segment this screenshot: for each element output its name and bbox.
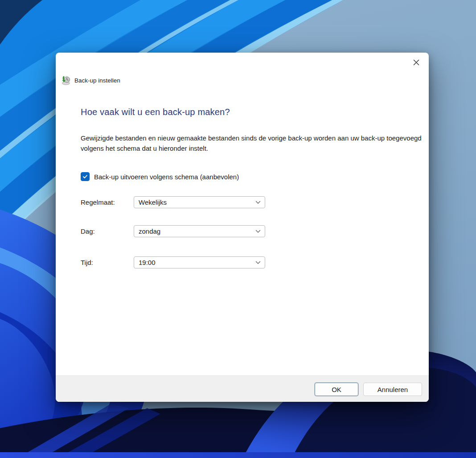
description-text: Gewijzigde bestanden en nieuw gemaakte b… [81, 133, 422, 153]
close-button[interactable] [409, 55, 423, 70]
day-select[interactable]: zondag [134, 225, 265, 237]
chevron-down-icon [255, 230, 261, 233]
page-title: Hoe vaak wilt u een back-up maken? [81, 107, 230, 117]
time-select[interactable]: 19:00 [134, 256, 265, 268]
time-row: Tijd: 19:00 [81, 256, 265, 268]
backup-settings-dialog: Back-up instellen Hoe vaak wilt u een ba… [56, 53, 429, 402]
frequency-row: Regelmaat: Wekelijks [81, 196, 265, 208]
check-icon [82, 174, 88, 179]
day-value: zondag [139, 227, 160, 235]
backup-app-icon [61, 75, 71, 85]
chevron-down-icon [255, 261, 261, 264]
day-row: Dag: zondag [81, 225, 265, 237]
schedule-checkbox[interactable] [81, 172, 90, 181]
frequency-label: Regelmaat: [81, 198, 134, 206]
day-label: Dag: [81, 227, 134, 235]
dialog-footer: OK Annuleren [56, 375, 429, 402]
ok-button[interactable]: OK [315, 383, 358, 396]
chevron-down-icon [255, 201, 261, 204]
close-icon [413, 59, 420, 66]
dialog-header: Back-up instellen [61, 75, 120, 86]
dialog-title: Back-up instellen [74, 77, 120, 84]
frequency-value: Wekelijks [139, 198, 167, 206]
schedule-checkbox-row[interactable]: Back-up uitvoeren volgens schema (aanbev… [81, 172, 239, 181]
frequency-select[interactable]: Wekelijks [134, 196, 265, 208]
schedule-checkbox-label: Back-up uitvoeren volgens schema (aanbev… [94, 173, 239, 181]
time-label: Tijd: [81, 259, 134, 266]
cancel-button[interactable]: Annuleren [363, 383, 422, 396]
time-value: 19:00 [139, 259, 156, 266]
